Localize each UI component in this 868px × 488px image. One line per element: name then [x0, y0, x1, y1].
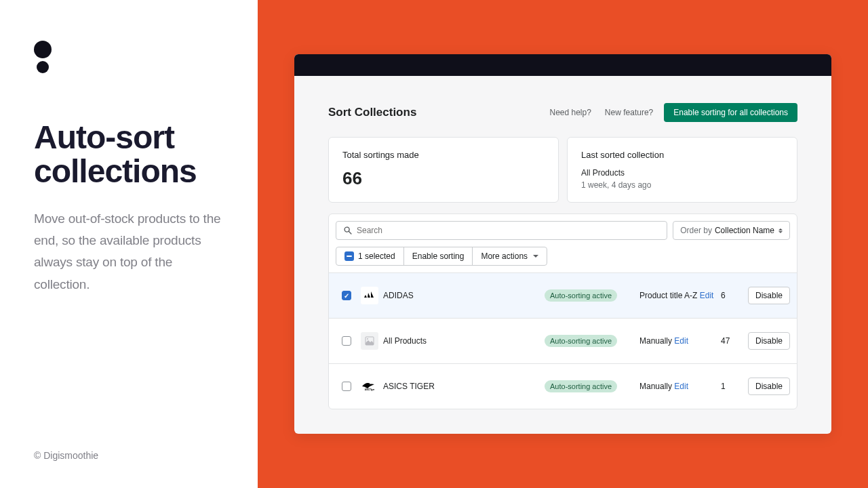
row-checkbox[interactable]: [342, 336, 351, 346]
sort-arrows-icon: [778, 228, 783, 233]
product-thumb: ASICTIger: [361, 378, 378, 395]
cell-count: 1: [721, 382, 748, 391]
edit-link[interactable]: Edit: [674, 382, 688, 391]
bulk-actions-group: 1 selected Enable sorting More actions: [336, 247, 547, 266]
cell-status: Auto-sorting active: [545, 382, 639, 391]
product-thumb: [361, 287, 378, 304]
cell-count: 6: [721, 291, 748, 300]
last-sorted-name: All Products: [581, 168, 783, 178]
cell-checkbox: [337, 336, 356, 346]
order-by-select[interactable]: Order by Collection Name: [673, 221, 790, 240]
order-by-label: Order by: [680, 226, 712, 235]
collection-name[interactable]: ADIDAS: [383, 291, 545, 300]
cell-action: Disable: [748, 378, 789, 395]
cell-status: Auto-sorting active: [545, 291, 639, 300]
app-content: Sort Collections Need help? New feature?…: [294, 76, 831, 434]
more-actions-text: More actions: [481, 251, 528, 261]
hero-description: Move out-of-stock products to the end, s…: [34, 208, 224, 296]
cell-count: 47: [721, 336, 748, 346]
total-sortings-value: 66: [342, 168, 545, 189]
stats-row: Total sortings made 66 Last sorted colle…: [328, 137, 797, 203]
help-link[interactable]: Need help?: [549, 108, 591, 117]
search-input[interactable]: [357, 226, 660, 235]
svg-point-1: [367, 338, 368, 340]
last-sorted-label: Last sorted collection: [581, 150, 783, 160]
search-icon: [343, 226, 353, 235]
more-actions-segment[interactable]: More actions: [473, 247, 547, 265]
copyright: © Digismoothie: [34, 450, 98, 461]
search-row: Order by Collection Name: [329, 214, 797, 247]
cell-action: Disable: [748, 287, 789, 304]
last-sorted-card: Last sorted collection All Products 1 we…: [567, 137, 797, 203]
cell-thumb: [356, 332, 383, 350]
cell-checkbox: [337, 382, 356, 391]
disable-button[interactable]: Disable: [748, 287, 790, 304]
product-thumb: [361, 332, 378, 350]
table-row: All ProductsAuto-sorting activeManually …: [329, 318, 797, 363]
screenshot-frame: Sort Collections Need help? New feature?…: [258, 0, 868, 488]
total-sortings-label: Total sortings made: [342, 150, 545, 160]
row-checkbox[interactable]: [342, 291, 351, 300]
disable-button[interactable]: Disable: [748, 332, 790, 350]
cell-sort: Product title A-Z Edit: [639, 291, 721, 300]
new-feature-link[interactable]: New feature?: [605, 108, 653, 117]
app-window: Sort Collections Need help? New feature?…: [294, 54, 831, 434]
hero-title: Auto-sortcollections: [34, 121, 224, 189]
selected-count-text: 1 selected: [358, 251, 395, 261]
logo-circle-top: [34, 41, 52, 58]
selected-count-segment[interactable]: 1 selected: [336, 247, 404, 265]
order-by-value: Collection Name: [715, 226, 774, 235]
cell-sort: Manually Edit: [639, 382, 721, 391]
cell-sort: Manually Edit: [639, 336, 721, 346]
collections-card: Order by Collection Name 1 selected Enab…: [328, 214, 797, 409]
edit-link[interactable]: Edit: [700, 291, 714, 300]
enable-all-button[interactable]: Enable sorting for all collections: [664, 103, 797, 122]
total-sortings-card: Total sortings made 66: [328, 137, 559, 203]
collection-name[interactable]: All Products: [383, 336, 545, 346]
status-badge: Auto-sorting active: [545, 289, 617, 302]
logo-circle-bottom: [37, 61, 49, 73]
disable-button[interactable]: Disable: [748, 378, 790, 395]
cell-thumb: [356, 287, 383, 304]
promo-panel: Auto-sortcollections Move out-of-stock p…: [0, 0, 258, 488]
row-checkbox[interactable]: [342, 382, 351, 391]
status-badge: Auto-sorting active: [545, 380, 617, 392]
page-title: Sort Collections: [328, 106, 549, 119]
status-badge: Auto-sorting active: [545, 335, 617, 347]
logo: [34, 41, 224, 73]
edit-link[interactable]: Edit: [674, 336, 688, 346]
header-links: Need help? New feature?: [549, 108, 653, 117]
bulk-actions-row: 1 selected Enable sorting More actions: [329, 247, 797, 272]
cell-thumb: ASICTIger: [356, 378, 383, 395]
svg-text:ASICTIger: ASICTIger: [365, 388, 375, 391]
cell-checkbox: [337, 291, 356, 300]
search-box[interactable]: [336, 221, 667, 240]
table-row: ADIDASAuto-sorting activeProduct title A…: [329, 272, 797, 318]
cell-action: Disable: [748, 332, 789, 350]
cell-status: Auto-sorting active: [545, 336, 639, 346]
page-header: Sort Collections Need help? New feature?…: [328, 103, 797, 122]
checkbox-indeterminate-icon: [344, 251, 354, 261]
caret-down-icon: [533, 255, 538, 258]
app-header-bar: [294, 54, 831, 76]
table-row: ASICTIgerASICS TIGERAuto-sorting activeM…: [329, 363, 797, 409]
enable-sorting-segment[interactable]: Enable sorting: [404, 247, 473, 265]
last-sorted-time: 1 week, 4 days ago: [581, 180, 783, 190]
collection-name[interactable]: ASICS TIGER: [383, 382, 545, 391]
